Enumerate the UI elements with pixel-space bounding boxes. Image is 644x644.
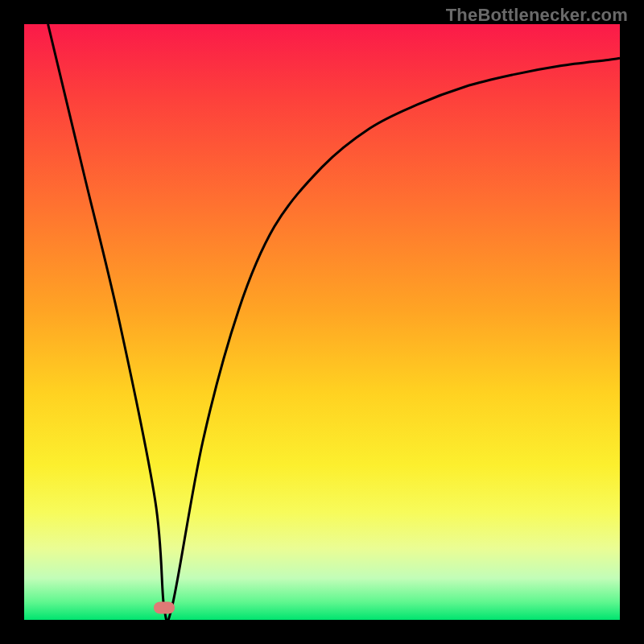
plot-area [24, 24, 620, 620]
min-point-marker [154, 602, 175, 614]
bottleneck-curve [24, 24, 620, 620]
attribution-label: TheBottlenecker.com [446, 5, 628, 26]
curve-path [48, 24, 620, 620]
chart-container: TheBottlenecker.com [0, 0, 644, 644]
